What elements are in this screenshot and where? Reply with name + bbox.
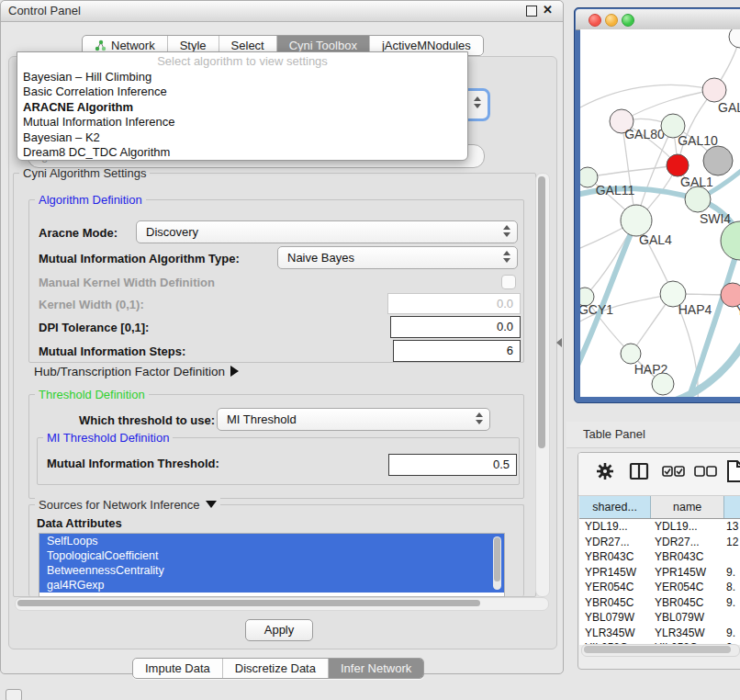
manual-kernel-width-label: Manual Kernel Width Definition bbox=[39, 276, 215, 289]
network-node[interactable] bbox=[729, 29, 740, 48]
network-icon bbox=[95, 40, 107, 51]
tab-label: Impute Data bbox=[145, 661, 210, 675]
table-row[interactable]: YDR27...YDR27...12 bbox=[579, 535, 740, 550]
table-cell: 8. bbox=[724, 581, 740, 593]
algorithm-definition-group: Algorithm Definition Aracne Mode: Discov… bbox=[28, 199, 524, 363]
data-attributes-label: Data Attributes bbox=[37, 516, 122, 530]
tab-label: jActiveMNodules bbox=[382, 39, 471, 52]
split-pane-collapse-icon[interactable] bbox=[556, 338, 562, 347]
algorithm-option[interactable]: Bayesian – K2 bbox=[21, 130, 464, 145]
tab-discretize-data[interactable]: Discretize Data bbox=[222, 659, 328, 678]
kernel-width-value: 0.0 bbox=[497, 297, 513, 310]
sources-group-title[interactable]: Sources for Network Inference bbox=[35, 498, 220, 512]
mi-threshold-field[interactable]: 0.5 bbox=[388, 454, 517, 476]
algorithm-option[interactable]: Basic Correlation Inference bbox=[21, 85, 464, 99]
attribute-item-selected[interactable]: BetweennessCentrality bbox=[39, 563, 504, 578]
network-node-gal1[interactable] bbox=[685, 186, 711, 212]
table-row[interactable]: YBR043CYBR043C bbox=[579, 549, 740, 565]
node-table: shared... name YDL19...YDL19...13YDR27..… bbox=[579, 496, 740, 645]
table-row[interactable]: YLR345WYLR345W9. bbox=[579, 626, 740, 641]
tab-label: Select bbox=[231, 39, 264, 52]
close-icon[interactable] bbox=[543, 3, 553, 17]
hub-tf-definition-label: Hub/Transcription Factor Definition bbox=[34, 365, 225, 378]
node-label: GAL80 bbox=[624, 127, 665, 141]
node-label: GAL8 bbox=[718, 100, 740, 115]
network-node-swi4[interactable] bbox=[721, 221, 740, 260]
kernel-width-label: Kernel Width (0,1): bbox=[39, 298, 144, 311]
network-node[interactable] bbox=[667, 154, 689, 176]
table-cell: YBL079W bbox=[579, 611, 651, 624]
new-table-icon[interactable] bbox=[726, 459, 740, 487]
table-row[interactable]: YBL079WYBL079W bbox=[579, 610, 740, 626]
which-threshold-label: Which threshold to use: bbox=[79, 413, 215, 427]
mi-algorithm-type-select[interactable]: Naive Bayes bbox=[277, 246, 518, 269]
network-node[interactable] bbox=[652, 373, 674, 395]
column-selector-icon[interactable] bbox=[629, 461, 649, 485]
tab-impute-data[interactable]: Impute Data bbox=[133, 659, 222, 678]
node-label: SWI4 bbox=[700, 211, 731, 226]
attribute-item-selected[interactable]: SelfLoops bbox=[39, 534, 504, 548]
group-title: MI Threshold Definition bbox=[43, 431, 173, 445]
table-cell: YER054C bbox=[579, 581, 651, 593]
control-panel-titlebar[interactable]: Control Panel bbox=[1, 1, 563, 22]
select-all-icon[interactable] bbox=[662, 465, 686, 481]
network-node-hap2[interactable] bbox=[621, 344, 641, 364]
network-view-window: GAL8GAL80GAL10GAL1GAL11GAL4SWI4GCY1HAP4Y… bbox=[574, 7, 740, 403]
close-traffic-light-icon[interactable] bbox=[589, 14, 601, 27]
mi-threshold-group: MI Threshold Definition Mutual Informati… bbox=[37, 437, 520, 485]
aracne-mode-value: Discovery bbox=[146, 225, 198, 239]
hub-tf-definition-toggle[interactable]: Hub/Transcription Factor Definition bbox=[34, 365, 239, 378]
manual-kernel-width-checkbox[interactable] bbox=[501, 275, 516, 289]
which-threshold-select[interactable]: MI Threshold bbox=[217, 408, 490, 431]
apply-button[interactable]: Apply bbox=[245, 619, 313, 641]
network-node-gal4[interactable] bbox=[621, 205, 652, 236]
mi-algorithm-type-value: Naive Bayes bbox=[287, 251, 354, 265]
column-header-shared-name[interactable]: shared... bbox=[579, 496, 651, 518]
algorithm-dropdown-popup: Select algorithm to view settings Bayesi… bbox=[17, 51, 468, 161]
node-label: GAL10 bbox=[678, 133, 718, 148]
table-cell: YER054C bbox=[651, 581, 724, 593]
column-header-partial[interactable] bbox=[724, 496, 740, 518]
network-node-gal8[interactable] bbox=[702, 78, 726, 102]
algorithm-option[interactable]: Mutual Information Inference bbox=[21, 115, 464, 130]
algorithm-option[interactable]: Dream8 DC_TDC Algorithm bbox=[21, 145, 464, 160]
mi-steps-field[interactable]: 6 bbox=[393, 340, 521, 362]
table-row[interactable]: YPR145WYPR145W9. bbox=[579, 565, 740, 581]
table-cell: YPR145W bbox=[651, 566, 724, 579]
network-node[interactable] bbox=[703, 146, 733, 175]
settings-horizontal-scrollbar[interactable] bbox=[15, 597, 549, 611]
tab-infer-network[interactable]: Infer Network bbox=[328, 659, 423, 678]
zoom-traffic-light-icon[interactable] bbox=[622, 14, 634, 27]
algorithm-option[interactable]: Bayesian – Hill Climbing bbox=[21, 70, 464, 85]
table-cell: YBR043C bbox=[579, 550, 651, 563]
table-cell: 9. bbox=[724, 627, 740, 639]
table-row[interactable]: YDL19...YDL19...13 bbox=[579, 519, 740, 535]
mi-steps-label: Mutual Information Steps: bbox=[39, 344, 185, 358]
deselect-all-icon[interactable] bbox=[694, 465, 718, 481]
tab-label: Discretize Data bbox=[235, 661, 316, 675]
table-cell: YDR27... bbox=[651, 536, 724, 548]
table-row[interactable]: YER054CYER054C8. bbox=[579, 580, 740, 595]
attribute-item-selected[interactable]: TopologicalCoefficient bbox=[39, 548, 504, 563]
minimize-traffic-light-icon[interactable] bbox=[605, 14, 618, 27]
table-cell: YBR045C bbox=[579, 596, 651, 609]
aracne-mode-select[interactable]: Discovery bbox=[136, 220, 518, 243]
minimized-panel-chip[interactable] bbox=[6, 689, 22, 700]
kernel-width-field[interactable]: 0.0 bbox=[387, 293, 521, 314]
node-label: HAP4 bbox=[678, 302, 712, 317]
table-cell: YDL19... bbox=[651, 520, 724, 533]
attribute-list-scrollbar[interactable] bbox=[493, 536, 501, 590]
settings-vertical-scrollbar[interactable] bbox=[535, 173, 550, 597]
table-panel-header[interactable]: Table Panel bbox=[566, 422, 740, 448]
network-window-titlebar[interactable] bbox=[576, 9, 740, 30]
table-row[interactable]: YBR045CYBR045C9. bbox=[579, 595, 740, 611]
table-horizontal-scrollbar[interactable] bbox=[581, 644, 740, 657]
dpi-tolerance-field[interactable]: 0.0 bbox=[390, 316, 521, 338]
algorithm-option-selected[interactable]: ARACNE Algorithm bbox=[21, 100, 464, 115]
column-header-name[interactable]: name bbox=[651, 496, 724, 518]
network-canvas[interactable]: GAL8GAL80GAL10GAL1GAL11GAL4SWI4GCY1HAP4Y… bbox=[580, 29, 740, 397]
mi-steps-value: 6 bbox=[507, 344, 513, 357]
float-window-icon[interactable] bbox=[526, 6, 537, 17]
attribute-item-selected[interactable]: gal4RGexp bbox=[39, 578, 504, 593]
settings-gear-icon[interactable] bbox=[596, 462, 614, 484]
